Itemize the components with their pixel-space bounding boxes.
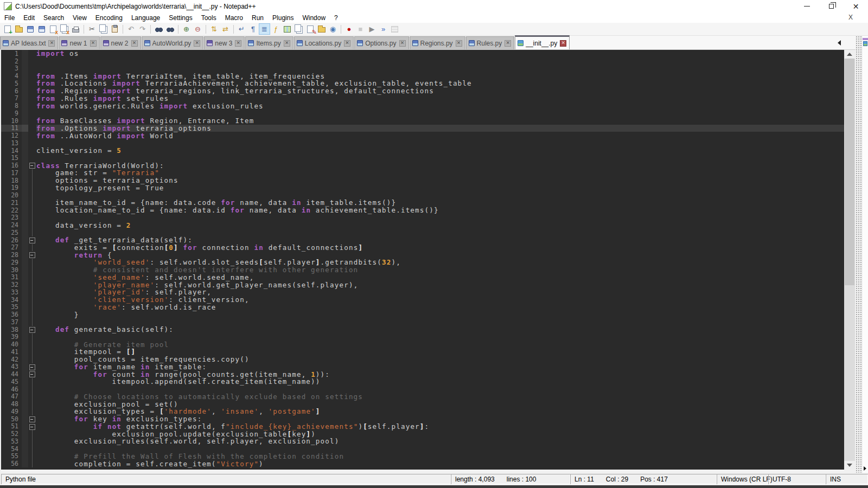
editor-line-35[interactable]: 35 'race': self.world.is_race [1, 304, 844, 311]
bookmark-margin[interactable] [22, 125, 28, 132]
editor-line-25[interactable]: 25 [1, 229, 844, 236]
bookmark-margin[interactable] [22, 147, 28, 155]
bookmark-margin[interactable] [22, 236, 28, 244]
bookmark-margin[interactable] [22, 333, 28, 341]
bookmark-margin[interactable] [22, 72, 28, 80]
redo-icon[interactable]: ↷ [137, 24, 148, 34]
menu-item-tools[interactable]: Tools [197, 12, 221, 23]
bookmark-margin[interactable] [22, 326, 28, 333]
tab-scroll-left-icon[interactable] [838, 40, 841, 46]
play-macro-icon[interactable]: ▶ [367, 24, 377, 34]
sync-horizontal-icon[interactable]: ⇄ [220, 24, 231, 34]
bookmark-margin[interactable] [22, 445, 28, 453]
bookmark-margin[interactable] [22, 296, 28, 304]
bookmark-margin[interactable] [22, 386, 28, 393]
bookmark-margin[interactable] [22, 259, 28, 266]
fold-collapse-icon[interactable] [28, 370, 36, 378]
menu-item-encoding[interactable]: Encoding [91, 12, 127, 23]
editor-line-46[interactable]: 46 [1, 386, 844, 393]
bookmark-margin[interactable] [22, 184, 28, 192]
editor-line-40[interactable]: 40 # Generate item pool [1, 341, 844, 348]
editor-line-23[interactable]: 23 [1, 214, 844, 222]
tab-items-py[interactable]: Items.py✕ [245, 36, 293, 49]
tab-close-icon[interactable]: ✕ [505, 40, 511, 47]
scroll-up-button[interactable] [844, 50, 855, 59]
editor-line-42[interactable]: 42 pool_counts = item_frequencies.copy() [1, 356, 844, 363]
editor-line-7[interactable]: 7from .Rules import set_rules [1, 95, 844, 102]
indent-guide-icon[interactable]: ≣ [259, 24, 270, 34]
status-eol-format[interactable]: Windows (CR LF) [717, 474, 768, 484]
notepad-plus-plus-logo-icon[interactable] [4, 2, 12, 10]
bookmark-margin[interactable] [22, 341, 28, 348]
menu-item-window[interactable]: Window [298, 12, 330, 23]
editor-line-15[interactable]: 15 [1, 155, 844, 162]
editor-line-52[interactable]: 52 exclusion_pool.update(exclusion_table… [1, 430, 844, 438]
bookmark-margin[interactable] [22, 460, 28, 467]
editor-line-22[interactable]: 22 location_name_to_id = {name: data.id … [1, 207, 844, 214]
editor-line-55[interactable]: 55 # Prefill the Wall of Flesh with the … [1, 453, 844, 460]
bookmark-margin[interactable] [22, 139, 28, 147]
second-view-scroll-right-icon[interactable] [864, 466, 866, 471]
fold-collapse-icon[interactable] [28, 251, 36, 259]
menu-item-run[interactable]: Run [247, 12, 268, 23]
editor-line-26[interactable]: 26 def _get_terraria_data(self): [1, 236, 844, 244]
show-all-characters-icon[interactable]: ¶ [248, 24, 258, 34]
editor-line-20[interactable]: 20 [1, 191, 844, 199]
document-map-icon[interactable] [282, 24, 292, 34]
bookmark-margin[interactable] [22, 244, 28, 252]
editor-line-47[interactable]: 47 # Choose locations to automatically e… [1, 393, 844, 401]
editor-line-41[interactable]: 41 itempool = [] [1, 348, 844, 356]
open-file-icon[interactable] [14, 24, 24, 34]
tab-locations-py[interactable]: Locations.py✕ [294, 36, 354, 49]
code-editor[interactable]: 1import os234from .Items import Terraria… [1, 50, 844, 470]
editor-line-48[interactable]: 48 exclusion_pool = set() [1, 400, 844, 408]
bookmark-margin[interactable] [22, 214, 28, 222]
tab-new-1[interactable]: new 1✕ [59, 36, 99, 49]
editor-line-13[interactable]: 13 [1, 139, 844, 147]
editor-line-3[interactable]: 3 [1, 65, 844, 73]
editor-line-30[interactable]: 30 # consistent and doesn't interfere wi… [1, 266, 844, 274]
editor-line-51[interactable]: 51 if not getattr(self.world, f"include_… [1, 423, 844, 431]
cut-icon[interactable]: ✂ [87, 24, 97, 34]
print-icon[interactable] [71, 24, 81, 34]
bookmark-margin[interactable] [22, 80, 28, 87]
bookmark-margin[interactable] [22, 348, 28, 356]
restore-button[interactable] [819, 0, 844, 12]
tab-new-2[interactable]: new 2✕ [100, 36, 141, 49]
stop-macro-icon[interactable]: ■ [355, 24, 366, 34]
find-icon[interactable] [154, 24, 164, 34]
editor-line-29[interactable]: 29 'world_seed': self.world.slot_seeds[s… [1, 259, 844, 266]
bookmark-margin[interactable] [22, 453, 28, 460]
editor-line-5[interactable]: 5from .Locations import TerrariaAchievem… [1, 80, 844, 87]
editor-line-43[interactable]: 43 for item_name in item_table: [1, 363, 844, 371]
editor-line-27[interactable]: 27 exits = [connection[0] for connection… [1, 244, 844, 252]
editor-line-36[interactable]: 36 } [1, 311, 844, 318]
bookmark-margin[interactable] [22, 423, 28, 431]
bookmark-margin[interactable] [22, 251, 28, 259]
copy-icon[interactable] [98, 24, 108, 34]
bookmark-margin[interactable] [22, 288, 28, 296]
editor-line-39[interactable]: 39 [1, 333, 844, 341]
menu-item-file[interactable]: File [0, 12, 19, 23]
bookmark-margin[interactable] [22, 199, 28, 207]
bookmark-margin[interactable] [22, 311, 28, 318]
menu-item-search[interactable]: Search [39, 12, 68, 23]
menu-close-x[interactable]: X [848, 14, 853, 21]
tab-close-icon[interactable]: ✕ [456, 40, 462, 47]
menu-item-macro[interactable]: Macro [221, 12, 247, 23]
function-list-icon[interactable]: ƒ [271, 24, 281, 34]
record-macro-icon[interactable]: ● [344, 24, 354, 34]
bookmark-margin[interactable] [22, 281, 28, 288]
editor-line-18[interactable]: 18 options = terraria_options [1, 177, 844, 184]
editor-line-24[interactable]: 24 data_version = 2 [1, 221, 844, 229]
tab-close-icon[interactable]: ✕ [48, 40, 55, 47]
monitoring-icon[interactable]: ◉ [328, 24, 338, 34]
tab-close-icon[interactable]: ✕ [344, 40, 350, 47]
status-typing-mode[interactable]: INS [826, 474, 868, 484]
editor-line-19[interactable]: 19 topology_present = True [1, 184, 844, 192]
editor-line-56[interactable]: 56 completion = self.create_item("Victor… [1, 460, 844, 467]
editor-line-14[interactable]: 14client_version = 5 [1, 147, 844, 155]
bookmark-margin[interactable] [22, 102, 28, 110]
word-wrap-icon[interactable]: ↵ [237, 24, 247, 34]
bookmark-margin[interactable] [22, 408, 28, 415]
